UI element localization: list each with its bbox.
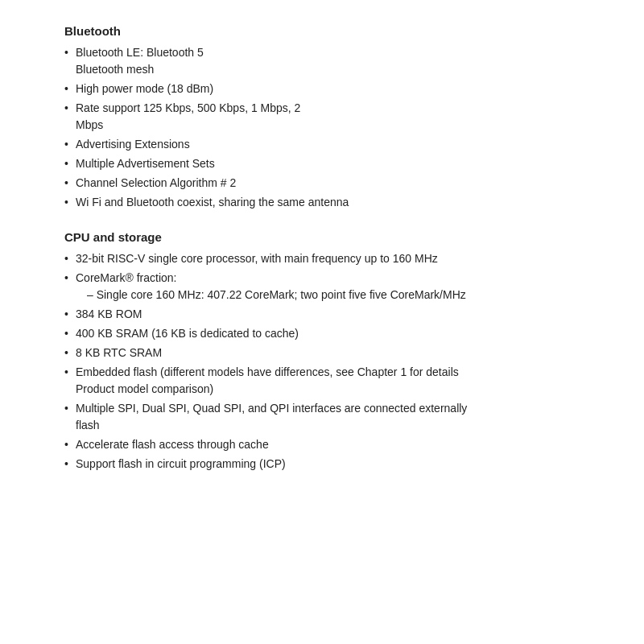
cpu-storage-title: CPU and storage — [64, 230, 580, 244]
list-item: Advertising Extensions — [64, 136, 580, 153]
list-item: Channel Selection Algorithm # 2 — [64, 175, 580, 192]
bluetooth-section: Bluetooth Bluetooth LE: Bluetooth 5 Blue… — [64, 24, 580, 211]
list-item: Multiple Advertisement Sets — [64, 155, 580, 172]
item-continuation: Mbps — [76, 117, 580, 134]
item-text: Bluetooth LE: Bluetooth 5 — [76, 46, 204, 59]
bluetooth-list: Bluetooth LE: Bluetooth 5 Bluetooth mesh… — [64, 44, 580, 211]
page-container: Bluetooth Bluetooth LE: Bluetooth 5 Blue… — [0, 0, 644, 516]
item-text: CoreMark® fraction: — [76, 271, 176, 284]
list-item: Accelerate flash access through cache — [64, 436, 580, 453]
cpu-storage-list: 32-bit RISC-V single core processor, wit… — [64, 250, 580, 473]
item-continuation: Bluetooth mesh — [76, 61, 580, 78]
item-text: Wi Fi and Bluetooth coexist, sharing the… — [76, 196, 349, 208]
item-text: Multiple SPI, Dual SPI, Quad SPI, and QP… — [76, 402, 467, 415]
list-item: 400 KB SRAM (16 KB is dedicated to cache… — [64, 325, 580, 342]
item-text: 8 KB RTC SRAM — [76, 346, 162, 359]
list-item: Multiple SPI, Dual SPI, Quad SPI, and QP… — [64, 400, 580, 434]
item-text: Rate support 125 Kbps, 500 Kbps, 1 Mbps,… — [76, 101, 300, 114]
list-item: Embedded flash (different models have di… — [64, 364, 580, 398]
list-item: High power mode (18 dBm) — [64, 80, 580, 97]
item-text: High power mode (18 dBm) — [76, 82, 213, 95]
list-item: CoreMark® fraction: – Single core 160 MH… — [64, 270, 580, 303]
item-continuation: flash — [76, 417, 580, 434]
bluetooth-title: Bluetooth — [64, 24, 580, 38]
item-text: Advertising Extensions — [76, 138, 190, 151]
list-item: Rate support 125 Kbps, 500 Kbps, 1 Mbps,… — [64, 100, 580, 134]
item-text: 32-bit RISC-V single core processor, wit… — [76, 252, 438, 265]
item-text: Multiple Advertisement Sets — [76, 157, 215, 170]
item-text: Accelerate flash access through cache — [76, 438, 269, 451]
list-item: 8 KB RTC SRAM — [64, 345, 580, 361]
list-item: 32-bit RISC-V single core processor, wit… — [64, 250, 580, 267]
item-continuation: Product model comparison) — [76, 381, 580, 398]
item-text: Embedded flash (different models have di… — [76, 365, 459, 378]
cpu-storage-section: CPU and storage 32-bit RISC-V single cor… — [64, 230, 580, 473]
item-text: 400 KB SRAM (16 KB is dedicated to cache… — [76, 327, 299, 340]
item-text: 384 KB ROM — [76, 308, 142, 320]
list-item: 384 KB ROM — [64, 306, 580, 323]
list-item: Bluetooth LE: Bluetooth 5 Bluetooth mesh — [64, 44, 580, 78]
item-text: Channel Selection Algorithm # 2 — [76, 176, 236, 189]
list-item: Support flash in circuit programming (IC… — [64, 456, 580, 473]
list-item: Wi Fi and Bluetooth coexist, sharing the… — [64, 194, 580, 211]
dash-subitem: – Single core 160 MHz: 407.22 CoreMark; … — [76, 287, 580, 303]
item-text: Support flash in circuit programming (IC… — [76, 457, 286, 470]
